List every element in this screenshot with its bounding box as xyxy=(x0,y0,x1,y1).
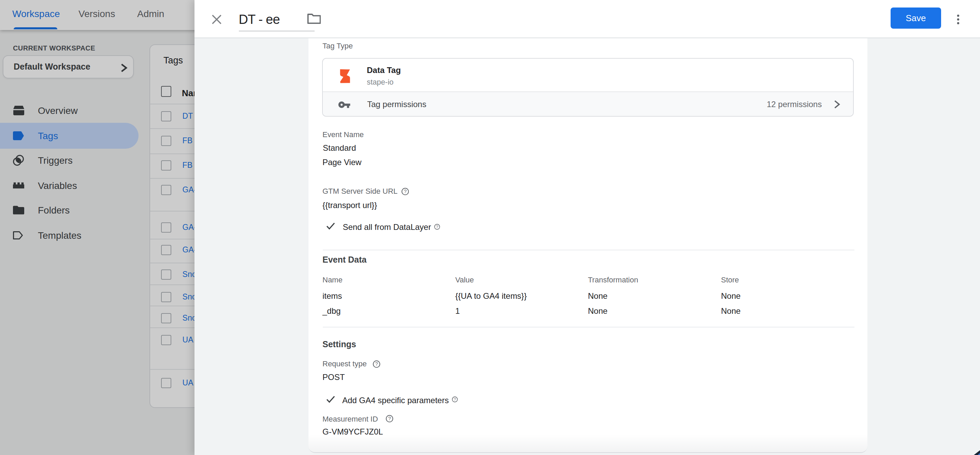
svg-text:?: ? xyxy=(388,416,391,421)
svg-text:?: ? xyxy=(404,188,406,194)
svg-text:?: ? xyxy=(453,397,455,401)
svg-text:?: ? xyxy=(436,225,438,229)
svg-text:?: ? xyxy=(375,361,378,367)
